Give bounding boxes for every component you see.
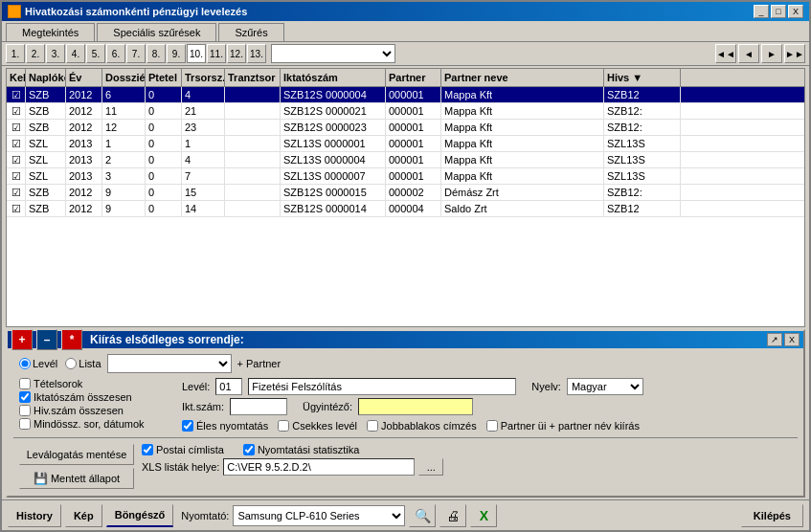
- minimize-button[interactable]: _: [754, 5, 769, 18]
- check-mindossz[interactable]: Mindössz. sor, dátumok: [19, 418, 163, 430]
- star-button[interactable]: *: [61, 329, 82, 350]
- cell-hivs: SZB12:: [604, 120, 681, 135]
- radio-level-label[interactable]: Levél: [19, 358, 57, 369]
- num-tab-12[interactable]: 12.: [227, 44, 246, 63]
- radio-lista[interactable]: [65, 358, 77, 369]
- nyelv-combo[interactable]: Magyar: [567, 378, 643, 395]
- table-row[interactable]: ☑ SZB 2012 9 0 14 SZB12S 0000014 000004 …: [7, 201, 804, 217]
- header-partner: Partner: [386, 69, 441, 86]
- dialog-arrow-btn[interactable]: ↗: [767, 333, 782, 346]
- cell-kell: ☑: [7, 152, 26, 167]
- header-iktat: Iktatószám: [281, 69, 386, 86]
- checkbox-partner-ui[interactable]: [486, 420, 498, 432]
- num-tab-4[interactable]: 4.: [66, 44, 85, 63]
- plus-partner-label[interactable]: + Partner: [237, 358, 282, 369]
- num-tab-8[interactable]: 8.: [146, 44, 166, 63]
- tab-combo[interactable]: [271, 44, 395, 63]
- table-row[interactable]: ☑ SZL 2013 2 0 4 SZL13S 0000004 000001 M…: [7, 152, 804, 168]
- bongeszo-button[interactable]: Böngésző: [106, 504, 174, 527]
- check-jobbablakos[interactable]: Jobbablakos címzés: [367, 420, 477, 432]
- table-row[interactable]: ☑ SZB 2012 9 0 15 SZB12S 0000015 000002 …: [7, 185, 804, 201]
- tab-specialis[interactable]: Speciális szűrések: [97, 23, 216, 41]
- fizetesi-input[interactable]: [248, 378, 516, 395]
- checkbox-hivszam[interactable]: [19, 405, 31, 416]
- close-button[interactable]: X: [788, 5, 803, 18]
- titlebar: Hivatkozási számonkénti pénzügyi levelez…: [2, 2, 809, 21]
- levalogatas-button[interactable]: Leválogatás mentése: [19, 444, 134, 465]
- mentett-button[interactable]: 💾 Mentett állapot: [19, 468, 134, 489]
- excel-button[interactable]: X: [470, 504, 497, 527]
- tab-megtekintes[interactable]: Megtekintés: [6, 23, 95, 41]
- radio-group: Levél Lista: [19, 358, 101, 369]
- cell-hivs: SZB12: [604, 201, 681, 216]
- radio-level[interactable]: [19, 358, 31, 369]
- num-tab-5[interactable]: 5.: [86, 44, 105, 63]
- table-row[interactable]: ☑ SZB 2012 12 0 23 SZB12S 0000023 000001…: [7, 120, 804, 136]
- kep-button[interactable]: Kép: [65, 504, 102, 527]
- nav-prev[interactable]: ◄: [738, 44, 759, 63]
- num-tab-1[interactable]: 1.: [6, 44, 25, 63]
- cell-iktat: SZL13S 0000007: [281, 168, 386, 184]
- check-nyomtatas[interactable]: Nyomtatási statisztika: [243, 444, 359, 455]
- cell-naplo: SZB: [26, 103, 66, 119]
- level-label: Levél:: [182, 381, 210, 392]
- maximize-button[interactable]: □: [771, 5, 786, 18]
- check-iktatoszam[interactable]: Iktatószám összesen: [19, 391, 163, 403]
- nav-first[interactable]: ◄◄: [715, 44, 736, 63]
- exit-button[interactable]: Kilépés: [741, 504, 803, 527]
- table-row[interactable]: ☑ SZB 2012 6 0 4 SZB12S 0000004 000001 M…: [7, 87, 804, 103]
- num-tab-6[interactable]: 6.: [106, 44, 125, 63]
- num-tab-9[interactable]: 9.: [167, 44, 186, 63]
- num-tab-3[interactable]: 3.: [46, 44, 65, 63]
- table-row[interactable]: ☑ SZL 2013 3 0 7 SZL13S 0000007 000001 M…: [7, 168, 804, 185]
- checkbox-mindossz[interactable]: [19, 418, 31, 430]
- ugyintező-input[interactable]: [358, 398, 473, 415]
- checkbox-tetelsorok[interactable]: [19, 378, 31, 389]
- table-row[interactable]: ☑ SZL 2013 1 0 1 SZL13S 0000001 000001 M…: [7, 136, 804, 152]
- nav-last[interactable]: ►►: [784, 44, 805, 63]
- level-input[interactable]: [215, 378, 242, 395]
- check-tetelsorok[interactable]: Tételsorok: [19, 378, 163, 389]
- nav-next[interactable]: ►: [761, 44, 782, 63]
- radio-lista-label[interactable]: Lista: [65, 358, 101, 369]
- printer-combo[interactable]: Samsung CLP-610 Series: [233, 505, 405, 526]
- num-tab-11[interactable]: 11.: [207, 44, 226, 63]
- add-button[interactable]: +: [11, 329, 33, 350]
- cell-dossz: 12: [102, 120, 146, 135]
- cell-ev: 2012: [66, 201, 102, 216]
- xls-path-input[interactable]: [223, 458, 415, 476]
- check-csekkes[interactable]: Csekkes levél: [278, 420, 357, 432]
- preview-button[interactable]: 🔍: [409, 504, 436, 527]
- check-partner-ui[interactable]: Partner üi + partner név kiírás: [486, 420, 640, 432]
- num-tab-7[interactable]: 7.: [126, 44, 146, 63]
- cell-trsorsz: 1: [182, 136, 225, 151]
- minus-button[interactable]: –: [36, 329, 57, 350]
- num-tab-2[interactable]: 2.: [26, 44, 45, 63]
- partner-combo[interactable]: [107, 354, 232, 373]
- check-postai[interactable]: Postai címlista: [142, 444, 224, 455]
- iktszam-input[interactable]: [230, 398, 287, 415]
- check-hivszam[interactable]: Hiv.szám összesen: [19, 405, 163, 416]
- nav-buttons: ◄◄ ◄ ► ►►: [715, 44, 805, 63]
- cell-trsorsz: 23: [182, 120, 225, 135]
- print-button[interactable]: 🖨: [439, 504, 466, 527]
- cell-hivs: SZL13S: [604, 152, 681, 167]
- checkbox-eles[interactable]: [182, 420, 193, 432]
- checkbox-csekkes[interactable]: [278, 420, 289, 432]
- table-row[interactable]: ☑ SZB 2012 11 0 21 SZB12S 0000021 000001…: [7, 103, 804, 120]
- tab-szures[interactable]: Szűrés: [218, 23, 283, 41]
- main-tabs: Megtekintés Speciális szűrések Szűrés: [2, 21, 809, 42]
- dialog-close-btn[interactable]: X: [784, 333, 800, 346]
- cell-trsorsz: 4: [182, 152, 225, 167]
- checkbox-postai[interactable]: [142, 444, 153, 455]
- checkbox-nyomtatas[interactable]: [243, 444, 255, 455]
- cell-partner: 000001: [386, 168, 441, 184]
- browse-button[interactable]: ...: [418, 458, 443, 476]
- checkbox-iktatoszam[interactable]: [19, 391, 31, 403]
- checkbox-jobbablakos[interactable]: [367, 420, 378, 432]
- header-ptel: Ptetel: [146, 69, 182, 86]
- num-tab-13[interactable]: 13.: [247, 44, 266, 63]
- num-tab-10[interactable]: 10.: [187, 44, 206, 63]
- history-button[interactable]: History: [8, 504, 61, 527]
- check-eles[interactable]: Éles nyomtatás: [182, 420, 268, 432]
